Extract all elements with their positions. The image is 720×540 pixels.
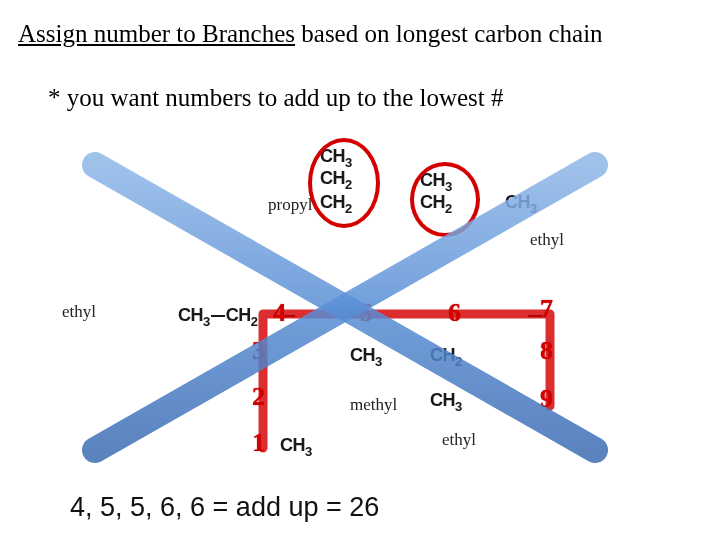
locant-1: 1 (252, 428, 265, 458)
chem-main-left: CH3CH2 (178, 305, 257, 329)
chem-mid5: CH3 (350, 345, 382, 369)
label-ethyl-bottom: ethyl (442, 430, 476, 450)
chem-mid6: CH2 (430, 345, 462, 369)
label-methyl: methyl (350, 395, 397, 415)
locant-4: 4 (273, 298, 286, 328)
heading-underlined: Assign number to Branches (18, 20, 295, 47)
circle-ethyl-right (410, 162, 480, 237)
chem-r4-left: CH3 (280, 435, 312, 459)
circle-propyl (308, 138, 380, 228)
locant-6: 6 (448, 298, 461, 328)
subnote-text: * you want numbers to add up to the lowe… (48, 84, 504, 112)
heading-rest: based on longest carbon chain (295, 20, 603, 47)
molecule-diagram: ethyl propyl ethyl methyl ethyl CH3 CH2 … (50, 150, 670, 470)
label-ethyl-left: ethyl (62, 302, 96, 322)
label-ethyl-right: ethyl (530, 230, 564, 250)
heading-text: Assign number to Branches based on longe… (18, 18, 708, 49)
chem-mid6b: CH3 (430, 390, 462, 414)
locant-8: 8 (540, 336, 553, 366)
locant-2: 2 (252, 382, 265, 412)
locant-9: 9 (540, 384, 553, 414)
locant-3: 3 (252, 336, 265, 366)
chem-ch3-topR2: CH3 (505, 192, 537, 216)
sum-line: 4, 5, 5, 6, 6 = add up = 26 (70, 492, 379, 523)
locant-7: 7 (540, 294, 553, 324)
locant-5: 5 (360, 298, 373, 328)
label-propyl: propyl (268, 195, 312, 215)
